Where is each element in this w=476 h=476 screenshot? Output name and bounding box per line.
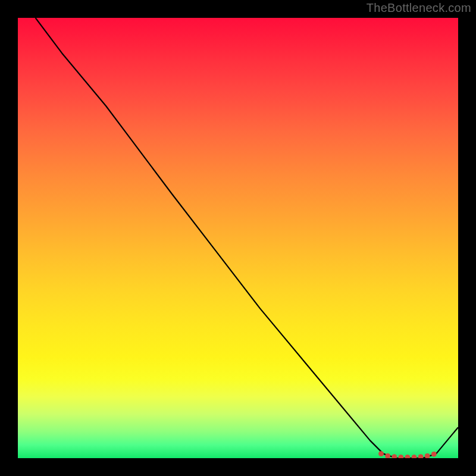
optimal-marker xyxy=(386,453,390,458)
chart-plot-area xyxy=(18,18,458,458)
chart-svg xyxy=(18,18,458,458)
chart-frame xyxy=(18,18,458,458)
optimal-marker xyxy=(425,453,430,458)
optimal-marker xyxy=(392,455,397,458)
optimal-marker xyxy=(431,452,436,456)
optimal-marker xyxy=(405,455,410,459)
optimal-marker xyxy=(379,452,384,456)
optimal-marker xyxy=(399,455,403,459)
bottleneck-curve xyxy=(36,18,458,458)
optimal-range-markers xyxy=(379,452,437,458)
optimal-marker xyxy=(418,455,423,458)
optimal-marker xyxy=(412,455,416,459)
watermark-label: TheBottleneck.com xyxy=(367,1,471,15)
